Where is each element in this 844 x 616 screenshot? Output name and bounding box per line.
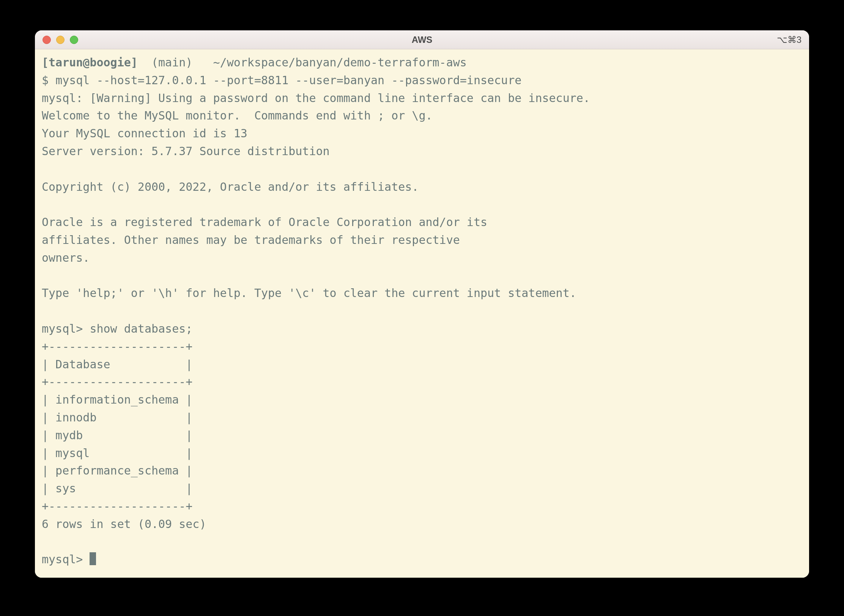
ps1-path: ~/workspace/banyan/demo-terraform-aws xyxy=(213,56,467,69)
window-shortcut: ⌥⌘3 xyxy=(777,35,801,45)
output-conn-id: Your MySQL connection id is 13 xyxy=(42,127,247,140)
traffic-lights xyxy=(43,36,78,44)
prompt-char: $ xyxy=(42,74,49,87)
table-border-mid: +--------------------+ xyxy=(42,375,192,388)
table-header: | Database | xyxy=(42,358,192,371)
output-trademark2: affiliates. Other names may be trademark… xyxy=(42,233,460,247)
result-summary: 6 rows in set (0.09 sec) xyxy=(42,517,206,531)
output-server-version: Server version: 5.7.37 Source distributi… xyxy=(42,145,330,158)
ps1-open-bracket: [ xyxy=(42,56,49,69)
output-trademark1: Oracle is a registered trademark of Orac… xyxy=(42,215,487,229)
mysql-query: show databases; xyxy=(90,322,192,335)
output-trademark3: owners. xyxy=(42,251,90,264)
command-input: mysql --host=127.0.0.1 --port=8811 --use… xyxy=(55,74,521,87)
ps1-branch: (main) xyxy=(151,56,192,69)
maximize-icon[interactable] xyxy=(70,36,78,44)
table-row: | performance_schema | xyxy=(42,464,192,477)
mysql-prompt: mysql> xyxy=(42,322,83,335)
table-row: | mysql | xyxy=(42,446,192,460)
table-row: | innodb | xyxy=(42,411,192,424)
mysql-prompt-idle: mysql> xyxy=(42,553,83,566)
cursor-icon xyxy=(90,552,96,565)
ps1-user-host: tarun@boogie xyxy=(49,56,131,69)
table-border-top: +--------------------+ xyxy=(42,340,192,353)
table-row: | sys | xyxy=(42,482,192,495)
terminal-window: AWS ⌥⌘3 [tarun@boogie] (main) ~/workspac… xyxy=(35,30,809,578)
table-border-bottom: +--------------------+ xyxy=(42,500,192,513)
terminal-content[interactable]: [tarun@boogie] (main) ~/workspace/banyan… xyxy=(35,49,809,578)
output-copyright: Copyright (c) 2000, 2022, Oracle and/or … xyxy=(42,180,419,193)
ps1-close-bracket: ] xyxy=(131,56,138,69)
window-title: AWS xyxy=(412,35,433,45)
close-icon[interactable] xyxy=(43,36,51,44)
output-help: Type 'help;' or '\h' for help. Type '\c'… xyxy=(42,286,576,300)
titlebar: AWS ⌥⌘3 xyxy=(35,30,809,49)
table-row: | mydb | xyxy=(42,429,192,442)
output-welcome: Welcome to the MySQL monitor. Commands e… xyxy=(42,109,433,122)
output-warning: mysql: [Warning] Using a password on the… xyxy=(42,91,590,105)
minimize-icon[interactable] xyxy=(56,36,65,44)
table-row: | information_schema | xyxy=(42,393,192,406)
